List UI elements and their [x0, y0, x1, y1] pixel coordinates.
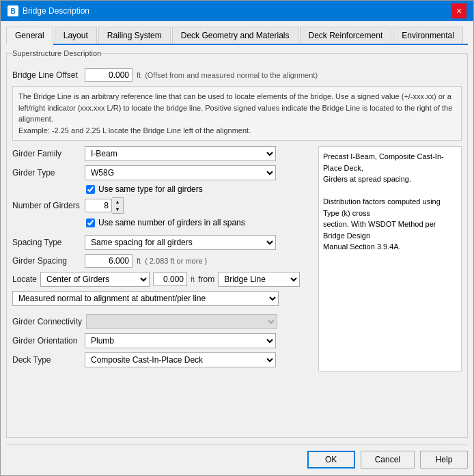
- window-body: General Layout Railing System Deck Geome…: [1, 21, 473, 475]
- locate-label: Locate: [12, 275, 37, 284]
- bridge-line-offset-unit: ft: [137, 71, 141, 79]
- girder-connectivity-label: Girder Connectivity: [12, 317, 82, 326]
- girder-family-label: Girder Family: [12, 149, 81, 158]
- right-panel-line2: Girders at spread spacing.: [323, 175, 411, 183]
- number-of-girders-row: Number of Girders ▲ ▼: [12, 197, 313, 214]
- window-title: Bridge Description: [23, 6, 89, 16]
- girder-count-down[interactable]: ▼: [112, 206, 123, 213]
- locate-unit: ft: [191, 275, 195, 283]
- right-panel-line5: section. With WSDOT Method per Bridge De…: [323, 220, 436, 240]
- same-number-label: Use same number of girders in all spans: [98, 218, 245, 227]
- girder-spacing-row: Girder Spacing ft ( 2.083 ft or more ): [12, 254, 313, 268]
- girder-spacing-label: Girder Spacing: [12, 256, 81, 266]
- tab-environmental[interactable]: Environmental: [393, 27, 463, 44]
- bridge-line-offset-label: Bridge Line Offset: [12, 70, 81, 80]
- measured-row: Measured normal to alignment at abutment…: [12, 291, 313, 306]
- locate-from-label: from: [198, 275, 214, 284]
- deck-type-select[interactable]: Composite Cast-In-Place Deck Non-Composi…: [85, 352, 276, 367]
- girder-orientation-label: Girder Orientation: [12, 336, 81, 346]
- same-number-row: Use same number of girders in all spans: [86, 218, 313, 227]
- bridge-description-window: B Bridge Description × General Layout Ra…: [0, 0, 474, 476]
- girder-count-input[interactable]: [85, 199, 112, 212]
- girder-family-select[interactable]: I-Beam U-Beam Box Beam: [85, 146, 276, 161]
- tab-railing-system[interactable]: Railing System: [98, 27, 171, 44]
- bridge-line-info: The Bridge Line is an arbitrary referenc…: [12, 86, 462, 141]
- cancel-button[interactable]: Cancel: [361, 451, 415, 468]
- deck-type-row: Deck Type Composite Cast-In-Place Deck N…: [12, 352, 313, 367]
- girder-type-row: Girder Type W58G W74G W83G: [12, 165, 313, 180]
- spacing-type-label: Spacing Type: [12, 238, 81, 247]
- locate-from-select[interactable]: Bridge Line Alignment: [218, 272, 300, 287]
- tab-deck-geometry[interactable]: Deck Geometry and Materials: [172, 27, 298, 44]
- main-content: Girder Family I-Beam U-Beam Box Beam Gir…: [12, 146, 462, 372]
- same-number-checkbox[interactable]: [86, 219, 95, 227]
- girder-spacing-unit: ft: [137, 257, 141, 265]
- left-panel: Girder Family I-Beam U-Beam Box Beam Gir…: [12, 146, 313, 372]
- superstructure-group: Superstructure Description Bridge Line O…: [6, 49, 468, 438]
- title-bar: B Bridge Description ×: [1, 1, 473, 21]
- same-type-row: Use same type for all girders: [86, 184, 313, 194]
- locate-row: Locate Center of Girders Edge of Girders…: [12, 272, 313, 287]
- spacing-type-row: Spacing Type Same spacing for all girder…: [12, 235, 313, 250]
- content-area: Superstructure Description Bridge Line O…: [6, 49, 468, 470]
- girder-spinner: ▲ ▼: [85, 197, 124, 214]
- right-panel-line4: Distribution factors computed using Type…: [323, 197, 441, 217]
- bridge-line-offset-input[interactable]: [85, 68, 133, 82]
- right-panel-line1: Precast I-Beam, Composite Cast-In-Place …: [323, 152, 444, 172]
- girder-spacing-input[interactable]: [85, 254, 133, 268]
- deck-type-label: Deck Type: [12, 355, 81, 365]
- girder-type-label: Girder Type: [12, 168, 81, 178]
- measured-select[interactable]: Measured normal to alignment at abutment…: [12, 291, 279, 306]
- ok-button[interactable]: OK: [307, 451, 355, 468]
- help-button[interactable]: Help: [420, 451, 468, 468]
- tab-deck-reinforcement[interactable]: Deck Reinforcement: [300, 27, 392, 44]
- right-panel: Precast I-Beam, Composite Cast-In-Place …: [318, 146, 462, 372]
- close-button[interactable]: ×: [451, 3, 466, 18]
- bridge-line-offset-row: Bridge Line Offset ft (Offset from and m…: [12, 68, 462, 82]
- girder-orientation-row: Girder Orientation Plumb Normal: [12, 333, 313, 348]
- same-type-label: Use same type for all girders: [98, 184, 203, 194]
- bridge-line-offset-hint: (Offset from and measured normal to the …: [145, 71, 318, 79]
- girder-type-select[interactable]: W58G W74G W83G: [85, 165, 276, 180]
- app-icon: B: [8, 5, 18, 16]
- tab-layout[interactable]: Layout: [55, 27, 97, 44]
- same-type-checkbox[interactable]: [86, 185, 95, 194]
- girder-connectivity-select[interactable]: [86, 314, 277, 329]
- spacing-type-select[interactable]: Same spacing for all girders Variable sp…: [85, 235, 276, 250]
- girder-connectivity-row: Girder Connectivity: [12, 314, 313, 329]
- girder-spacing-hint: ( 2.083 ft or more ): [145, 257, 207, 265]
- footer: OK Cancel Help: [6, 445, 468, 470]
- girder-family-row: Girder Family I-Beam U-Beam Box Beam: [12, 146, 313, 161]
- locate-offset-input[interactable]: [153, 272, 187, 286]
- girder-count-up[interactable]: ▲: [112, 198, 123, 206]
- right-panel-line6: Manual Section 3.9.4A.: [323, 242, 401, 251]
- number-of-girders-label: Number of Girders: [12, 201, 81, 210]
- locate-select[interactable]: Center of Girders Edge of Girders: [40, 272, 150, 287]
- tab-bar: General Layout Railing System Deck Geome…: [6, 27, 468, 45]
- tab-general[interactable]: General: [6, 27, 53, 45]
- group-legend: Superstructure Description: [12, 49, 101, 57]
- girder-orientation-select[interactable]: Plumb Normal: [85, 333, 276, 348]
